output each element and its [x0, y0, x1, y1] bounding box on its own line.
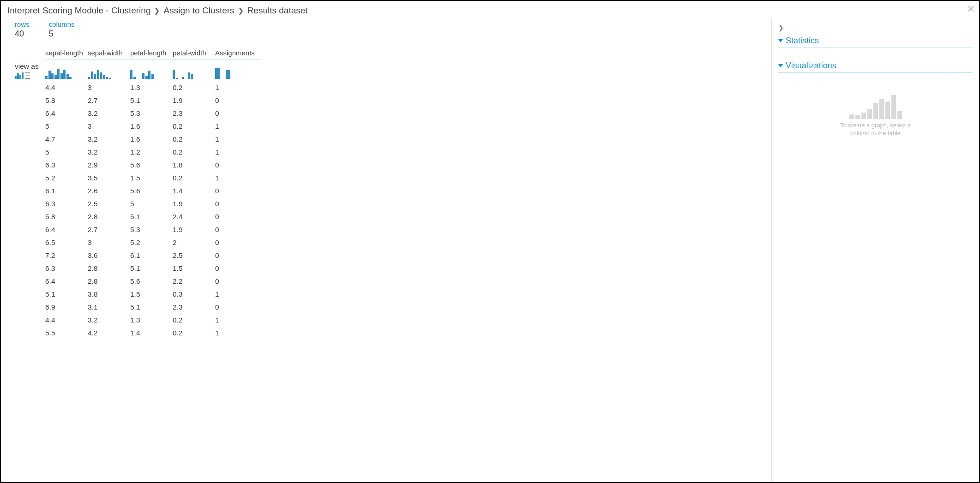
cell: 5.1	[130, 94, 173, 107]
cell: 2.3	[173, 107, 215, 120]
cell: 6.5	[45, 236, 88, 249]
visualizations-section-header[interactable]: Visualizations	[778, 58, 973, 73]
dialog-body: rows 40 columns 5 sepal-length	[1, 18, 979, 482]
col-histogram	[45, 67, 85, 79]
col-histogram	[215, 67, 259, 79]
cell: 3.2	[88, 314, 130, 327]
cell: 0	[215, 275, 261, 288]
cell: 0.2	[173, 314, 215, 327]
cell: 4.4	[45, 314, 88, 327]
cell: 2.6	[88, 185, 130, 197]
table-row[interactable]: 7.23.66.12.50	[15, 249, 261, 262]
table-row[interactable]: 5.13.81.50.31	[15, 288, 261, 301]
cell: 2.2	[173, 275, 215, 288]
results-dialog: ✕ Interpret Scoring Module - Clustering …	[0, 0, 980, 483]
table-row[interactable]: 53.21.20.21	[15, 146, 261, 159]
viewas-cell: view as	[15, 60, 45, 81]
viewas-label: view as	[15, 62, 42, 71]
cell: 1	[215, 81, 261, 94]
table-row[interactable]: 6.32.551.90	[15, 197, 261, 210]
header-row: sepal-length sepal-width petal-length pe…	[15, 47, 261, 60]
cell: 0.2	[173, 172, 215, 185]
cell: 1	[215, 120, 261, 133]
table-row[interactable]: 6.32.85.11.50	[15, 262, 261, 275]
cell: 5.1	[130, 262, 173, 275]
table-row[interactable]: 4.43.21.30.21	[15, 314, 261, 327]
table-row[interactable]: 531.60.21	[15, 120, 261, 133]
cell: 3.1	[88, 301, 130, 314]
table-row[interactable]: 6.12.65.61.40	[15, 185, 261, 197]
chevron-right-icon: ❯	[238, 7, 244, 14]
cell: 0.2	[173, 327, 215, 340]
close-icon[interactable]: ✕	[965, 4, 976, 15]
cell: 2.3	[173, 301, 215, 314]
rows-meta: rows 40	[15, 20, 30, 39]
cell: 0	[215, 185, 261, 197]
cell: 0.3	[173, 288, 215, 301]
cell: 3.2	[88, 133, 130, 146]
table-row[interactable]: 4.73.21.60.21	[15, 133, 261, 146]
cell: 0	[215, 159, 261, 172]
col-histogram	[173, 67, 212, 79]
cell: 6.3	[45, 197, 88, 210]
breadcrumb-item[interactable]: Assign to Clusters	[163, 6, 234, 16]
table-row[interactable]: 5.23.51.50.21	[15, 172, 261, 185]
histogram-row: view as	[15, 60, 261, 81]
table-row[interactable]: 5.54.21.40.21	[15, 327, 261, 340]
cell: 1.4	[130, 327, 173, 340]
cell: 0.2	[173, 133, 215, 146]
cell: 3	[88, 81, 130, 94]
statistics-section-header[interactable]: Statistics	[778, 33, 973, 48]
cell: 1	[215, 314, 261, 327]
col-header[interactable]: sepal-length	[45, 47, 88, 60]
col-header[interactable]: petal-length	[130, 47, 173, 60]
cell: 1.6	[130, 120, 173, 133]
col-header[interactable]: sepal-width	[88, 47, 130, 60]
cell: 4.7	[45, 133, 88, 146]
table-row[interactable]: 6.93.15.12.30	[15, 301, 261, 314]
col-histogram	[130, 67, 170, 79]
table-scroll[interactable]: sepal-length sepal-width petal-length pe…	[1, 47, 771, 482]
cell: 0	[215, 301, 261, 314]
cell: 1.8	[173, 159, 215, 172]
breadcrumb-item[interactable]: Interpret Scoring Module - Clustering	[7, 6, 150, 16]
histogram-view-icon[interactable]	[15, 72, 24, 79]
expand-icon[interactable]: ❯	[778, 22, 973, 33]
cell: 2.5	[88, 197, 130, 210]
cell: 5.6	[130, 159, 173, 172]
cell: 0.2	[173, 81, 215, 94]
cell: 5	[45, 146, 88, 159]
cell: 1	[215, 327, 261, 340]
cell: 6.9	[45, 301, 88, 314]
boxplot-view-icon[interactable]	[25, 72, 30, 79]
cell: 4.2	[88, 327, 130, 340]
cell: 0	[215, 249, 261, 262]
columns-value: 5	[49, 29, 75, 39]
cell: 1	[215, 172, 261, 185]
breadcrumb: Interpret Scoring Module - Clustering ❯ …	[1, 1, 979, 18]
table-row[interactable]: 6.535.220	[15, 236, 261, 249]
table-row[interactable]: 5.82.75.11.90	[15, 94, 261, 107]
table-row[interactable]: 6.42.75.31.90	[15, 223, 261, 236]
cell: 2.7	[88, 223, 130, 236]
col-header[interactable]: Assignments	[215, 47, 261, 60]
cell: 6.4	[45, 275, 88, 288]
viz-placeholder-icon	[778, 91, 973, 119]
cell: 4.4	[45, 81, 88, 94]
cell: 2.9	[88, 159, 130, 172]
side-pane: ❯ Statistics Visualizations To create a …	[771, 18, 979, 482]
cell: 0	[215, 223, 261, 236]
table-row[interactable]: 4.431.30.21	[15, 81, 261, 94]
cell: 0	[215, 94, 261, 107]
table-row[interactable]: 6.32.95.61.80	[15, 159, 261, 172]
breadcrumb-item[interactable]: Results dataset	[247, 6, 308, 16]
cell: 6.1	[45, 185, 88, 197]
table-row[interactable]: 5.82.85.12.40	[15, 210, 261, 223]
col-header[interactable]: petal-width	[173, 47, 215, 60]
cell: 5.2	[45, 172, 88, 185]
col-histogram	[88, 67, 127, 79]
cell: 6.4	[45, 223, 88, 236]
table-row[interactable]: 6.43.25.32.30	[15, 107, 261, 120]
table-row[interactable]: 6.42.85.62.20	[15, 275, 261, 288]
section-title: Statistics	[786, 36, 819, 46]
